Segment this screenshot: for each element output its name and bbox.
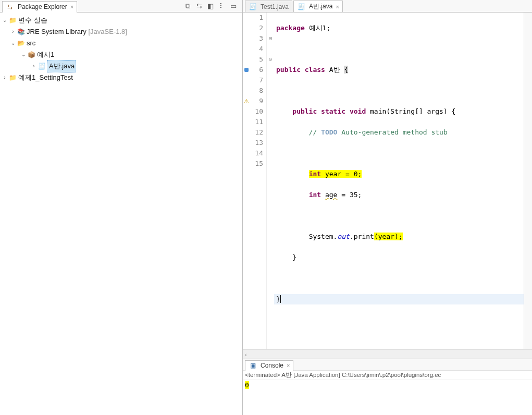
package-explorer-tab[interactable]: ⇆ Package Explorer × bbox=[2, 1, 77, 13]
quickfix-marker-icon[interactable] bbox=[244, 68, 249, 72]
collapse-all-icon[interactable]: ⧉ bbox=[184, 3, 191, 10]
src-label: src bbox=[27, 38, 35, 49]
project-tree[interactable]: ⌄ 📁 변수 실습 › 📚 JRE System Library [JavaSE… bbox=[0, 13, 242, 415]
package-explorer-panel: ⇆ Package Explorer × ⧉ ⇆ ◧ ⠇ ▭ ⌄ 📁 변수 실습… bbox=[0, 0, 243, 415]
console-status-bar: <terminated> A반 [Java Application] C:\Us… bbox=[243, 371, 532, 380]
close-icon[interactable]: × bbox=[336, 4, 339, 10]
link-editor-icon[interactable]: ⇆ bbox=[195, 3, 203, 10]
project-icon: 📁 bbox=[8, 74, 17, 82]
editor-tab-test1[interactable]: 🧾 Test1.java bbox=[245, 1, 292, 12]
console-header: ▣ Console × bbox=[243, 359, 532, 371]
console-icon: ▣ bbox=[249, 361, 257, 370]
twisty-icon[interactable]: ⌄ bbox=[9, 38, 17, 49]
console-panel: ▣ Console × <terminated> A반 [Java Applic… bbox=[243, 359, 532, 415]
close-icon[interactable]: × bbox=[287, 362, 290, 369]
warning-marker-icon[interactable]: ⚠ bbox=[243, 96, 250, 106]
tab-label: A반.java bbox=[309, 2, 332, 11]
close-icon[interactable]: × bbox=[70, 4, 73, 10]
fold-toggle-icon[interactable]: ⊖ bbox=[267, 54, 274, 65]
console-title: Console bbox=[261, 362, 283, 369]
editor-area[interactable]: ⚠ 1 2 3 4 5 6 7 8 9 10 11 12 13 14 15 ⊟ … bbox=[243, 13, 532, 349]
tab-label: Test1.java bbox=[261, 3, 289, 10]
folding-gutter: ⊟ ⊖ bbox=[267, 13, 274, 349]
marker-column: ⚠ bbox=[243, 13, 250, 349]
tree-project-1[interactable]: ⌄ 📁 변수 실습 bbox=[1, 15, 241, 26]
code-area[interactable]: package 예시1; public class A반 { public st… bbox=[274, 13, 524, 349]
fold-toggle-icon[interactable]: ⊟ bbox=[267, 33, 274, 44]
console-output-text: 0 bbox=[245, 381, 249, 389]
tree-project-2[interactable]: › 📁 예제1_SettingTest bbox=[1, 72, 241, 83]
view-menu-icon[interactable]: ⠇ bbox=[218, 3, 226, 10]
library-icon: 📚 bbox=[17, 28, 25, 36]
twisty-icon[interactable]: › bbox=[30, 60, 38, 72]
twisty-icon[interactable]: ⌄ bbox=[1, 15, 8, 26]
focus-icon[interactable]: ◧ bbox=[207, 3, 214, 10]
console-status-text: A반 [Java Application] C:\Users\jimin\.p2… bbox=[280, 372, 441, 378]
package-label: 예시1 bbox=[37, 49, 54, 60]
package-explorer-icon: ⇆ bbox=[6, 3, 14, 11]
java-file-label: A반.java bbox=[47, 60, 76, 72]
tree-src[interactable]: ⌄ 📂 src bbox=[1, 38, 241, 49]
package-explorer-title: Package Explorer bbox=[18, 3, 67, 10]
minimize-icon[interactable]: ▭ bbox=[230, 3, 237, 10]
editor-tab-bar: 🧾 Test1.java 🧾 A반.java × bbox=[243, 0, 532, 13]
package-explorer-header: ⇆ Package Explorer × ⧉ ⇆ ◧ ⠇ ▭ bbox=[0, 0, 242, 13]
overview-ruler[interactable] bbox=[524, 13, 532, 349]
twisty-icon[interactable]: › bbox=[9, 26, 17, 38]
text-cursor bbox=[280, 295, 281, 303]
console-terminated-label: <terminated> bbox=[245, 372, 280, 378]
explorer-toolbar: ⧉ ⇆ ◧ ⠇ ▭ bbox=[184, 3, 240, 10]
java-file-icon: 🧾 bbox=[297, 3, 305, 11]
console-tab[interactable]: ▣ Console × bbox=[245, 360, 293, 371]
tree-package[interactable]: ⌄ 📦 예시1 bbox=[1, 49, 241, 60]
project2-name: 예제1_SettingTest bbox=[18, 72, 73, 83]
java-file-icon: 🧾 bbox=[249, 3, 257, 11]
twisty-icon[interactable]: › bbox=[1, 72, 8, 83]
source-folder-icon: 📂 bbox=[17, 39, 25, 47]
java-file-icon: 🧾 bbox=[38, 62, 46, 70]
editor-horizontal-scrollbar[interactable]: ‹ bbox=[243, 349, 532, 359]
tree-jre[interactable]: › 📚 JRE System Library [JavaSE-1.8] bbox=[1, 26, 241, 38]
project-name: 변수 실습 bbox=[18, 15, 47, 26]
twisty-icon[interactable]: ⌄ bbox=[20, 49, 27, 60]
editor-tab-aban[interactable]: 🧾 A반.java × bbox=[293, 1, 343, 12]
project-icon: 📁 bbox=[8, 16, 17, 25]
scroll-left-icon[interactable]: ‹ bbox=[245, 351, 247, 358]
jre-env: [JavaSE-1.8] bbox=[89, 26, 127, 38]
console-output[interactable]: 0 bbox=[243, 380, 532, 415]
line-number-gutter: 1 2 3 4 5 6 7 8 9 10 11 12 13 14 15 bbox=[250, 13, 267, 349]
right-panel: 🧾 Test1.java 🧾 A반.java × ⚠ 1 2 3 4 5 6 7 bbox=[243, 0, 532, 415]
jre-label: JRE System Library bbox=[27, 26, 86, 38]
tree-java-file[interactable]: › 🧾 A반.java bbox=[1, 60, 241, 72]
package-icon: 📦 bbox=[27, 51, 35, 59]
